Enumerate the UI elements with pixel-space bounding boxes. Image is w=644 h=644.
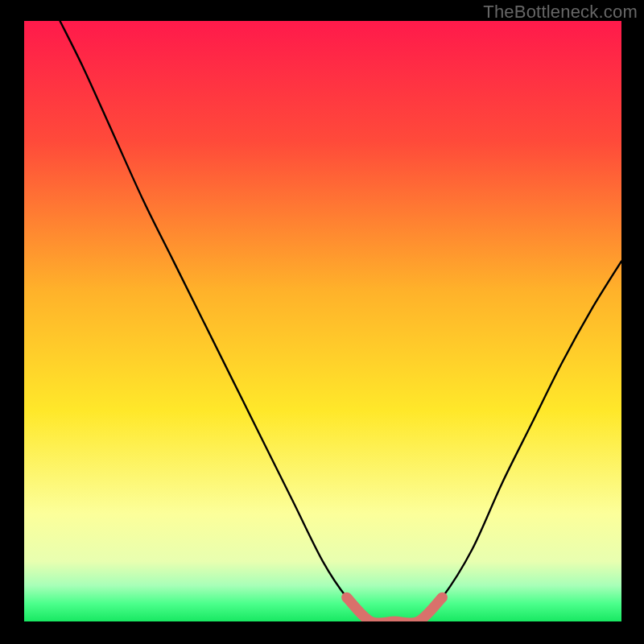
- watermark-text: TheBottleneck.com: [483, 2, 638, 23]
- chart-svg: [0, 0, 644, 644]
- bottleneck-chart: TheBottleneck.com: [0, 0, 644, 644]
- chart-gradient-background: [24, 21, 621, 621]
